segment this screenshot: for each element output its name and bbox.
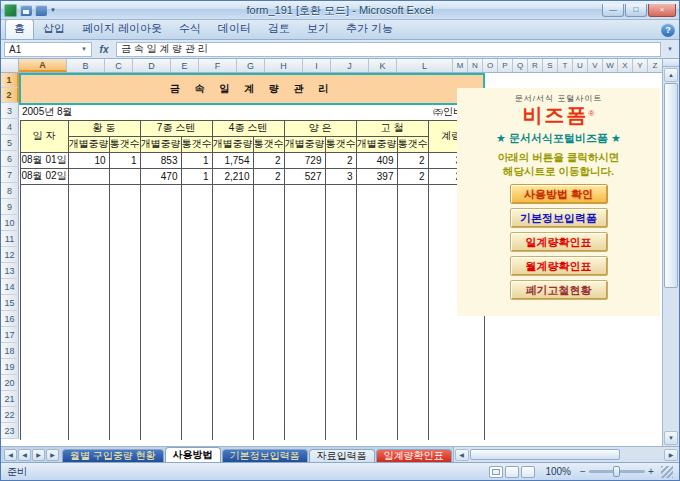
cell[interactable] [253,232,284,248]
cell[interactable] [356,184,397,200]
header-sub-weight[interactable]: 개별중량 [284,136,325,152]
cell-date[interactable]: 08월 01일 [20,152,68,168]
row-header-2[interactable]: 2 [1,88,19,103]
cell[interactable] [212,232,253,248]
cell[interactable] [181,392,212,408]
cell-value[interactable]: 470 [140,168,181,184]
cell-value[interactable]: 2,210 [212,168,253,184]
row-header-14[interactable]: 14 [1,279,19,295]
header-sub-count[interactable]: 통갯수 [325,136,356,152]
cell[interactable] [212,296,253,312]
cell[interactable] [68,344,109,360]
cell[interactable] [68,296,109,312]
cell[interactable] [181,360,212,376]
horizontal-scrollbar[interactable]: ◀ ▶ [453,447,679,462]
ribbon-tab-검토[interactable]: 검토 [260,19,298,39]
cell[interactable] [68,424,109,440]
cell[interactable] [356,392,397,408]
ribbon-tab-페이지 레이아웃[interactable]: 페이지 레이아웃 [74,19,170,39]
cell[interactable] [20,264,68,280]
cell[interactable] [397,392,428,408]
row-header-10[interactable]: 10 [1,215,19,231]
cell[interactable] [428,344,484,360]
cell[interactable] [140,424,181,440]
panel-button-일계량확인표[interactable]: 일계량확인표 [510,232,608,252]
next-sheet-icon[interactable]: ▶ [32,449,45,461]
column-header-N[interactable]: N [468,59,483,72]
header-date[interactable]: 일 자 [20,120,68,152]
maximize-button[interactable]: □ [625,4,647,17]
cell[interactable] [253,392,284,408]
cell[interactable] [109,200,140,216]
cell[interactable] [109,232,140,248]
cell[interactable] [356,200,397,216]
cell[interactable] [68,264,109,280]
header-sub-weight[interactable]: 개별중량 [140,136,181,152]
header-sub-weight[interactable]: 개별중량 [212,136,253,152]
cell[interactable] [140,104,428,120]
cell[interactable] [325,248,356,264]
cell[interactable] [109,248,140,264]
cell[interactable] [397,344,428,360]
cell[interactable] [109,328,140,344]
cell[interactable] [181,248,212,264]
cell[interactable] [356,280,397,296]
cell[interactable] [212,376,253,392]
cell[interactable] [68,312,109,328]
cell[interactable] [20,216,68,232]
column-header-U[interactable]: U [573,59,588,72]
column-header-W[interactable]: W [603,59,618,72]
row-header-6[interactable]: 6 [1,151,19,167]
cell[interactable] [212,360,253,376]
cell[interactable] [284,312,325,328]
cell[interactable] [212,200,253,216]
cell[interactable] [20,312,68,328]
cell[interactable] [20,424,68,440]
column-header-L[interactable]: L [397,59,453,72]
normal-view-icon[interactable] [489,466,503,478]
cell[interactable] [109,280,140,296]
column-header-Y[interactable]: Y [633,59,648,72]
cell[interactable] [109,392,140,408]
row-header-21[interactable]: 21 [1,391,19,407]
cell[interactable] [109,296,140,312]
cell[interactable] [68,216,109,232]
cell[interactable] [181,424,212,440]
select-all-corner[interactable] [1,59,19,72]
cell[interactable] [68,200,109,216]
row-header-15[interactable]: 15 [1,295,19,311]
column-header-M[interactable]: M [453,59,468,72]
cell[interactable] [428,424,484,440]
cell-value[interactable]: 397 [356,168,397,184]
cell[interactable] [109,264,140,280]
cell[interactable] [428,408,484,424]
cell[interactable] [181,344,212,360]
cell-value[interactable]: 853 [140,152,181,168]
header-sub-count[interactable]: 통갯수 [181,136,212,152]
cell-date[interactable]: 08월 02일 [20,168,68,184]
header-sub-count[interactable]: 통갯수 [109,136,140,152]
cell-value[interactable]: 527 [284,168,325,184]
cell[interactable] [397,184,428,200]
row-header-7[interactable]: 7 [1,167,19,183]
column-header-T[interactable]: T [558,59,573,72]
cell[interactable] [212,392,253,408]
column-header-B[interactable]: B [67,59,105,72]
cell[interactable] [284,344,325,360]
cell-value[interactable]: 2 [397,168,428,184]
cell-value[interactable]: 1 [181,168,212,184]
cell[interactable] [325,200,356,216]
cell[interactable] [253,360,284,376]
cell[interactable] [68,392,109,408]
cell[interactable] [140,392,181,408]
cell[interactable] [325,280,356,296]
cell-value[interactable]: 3 [325,168,356,184]
cell[interactable] [140,184,181,200]
cell[interactable] [284,248,325,264]
cell[interactable] [325,344,356,360]
column-header-C[interactable]: C [105,59,133,72]
ribbon-tab-보기[interactable]: 보기 [299,19,337,39]
column-header-I[interactable]: I [303,59,331,72]
row-header-13[interactable]: 13 [1,263,19,279]
zoom-level[interactable]: 100% [545,466,571,477]
